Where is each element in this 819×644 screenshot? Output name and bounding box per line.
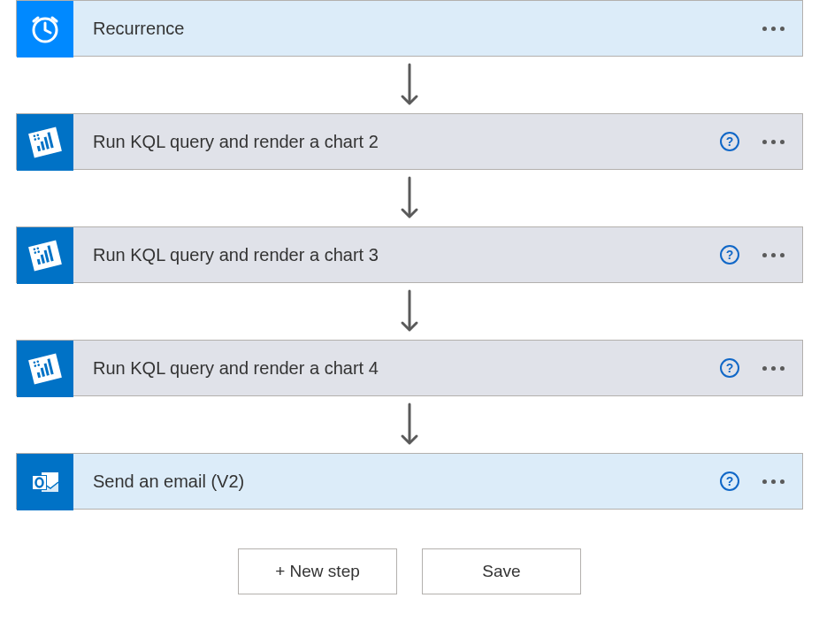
step-title: Run KQL query and render a chart 4 <box>73 341 720 395</box>
step-send-email[interactable]: Send an email (V2) ? <box>16 453 803 510</box>
button-row: + New step Save <box>238 548 581 594</box>
more-options-button[interactable] <box>761 474 786 489</box>
more-options-button[interactable] <box>761 134 786 150</box>
new-step-button[interactable]: + New step <box>238 548 397 594</box>
step-title: Recurrence <box>73 1 761 56</box>
help-icon[interactable]: ? <box>720 132 739 151</box>
help-icon[interactable]: ? <box>720 472 739 491</box>
step-actions: ? <box>720 454 802 509</box>
arrow-down-icon <box>400 283 419 340</box>
more-options-button[interactable] <box>761 361 786 376</box>
arrow-down-icon <box>400 170 419 226</box>
step-title: Run KQL query and render a chart 2 <box>73 114 720 169</box>
more-options-button[interactable] <box>761 21 786 36</box>
step-actions: ? <box>720 227 802 282</box>
monitor-icon <box>17 227 73 284</box>
step-kql-4[interactable]: Run KQL query and render a chart 4 ? <box>16 340 803 396</box>
outlook-icon <box>17 454 73 510</box>
step-actions <box>761 1 802 56</box>
step-kql-2[interactable]: Run KQL query and render a chart 2 ? <box>16 113 803 170</box>
help-icon[interactable]: ? <box>720 358 739 378</box>
step-title: Send an email (V2) <box>73 454 720 509</box>
step-recurrence[interactable]: Recurrence <box>16 0 803 57</box>
step-actions: ? <box>720 341 802 395</box>
help-icon[interactable]: ? <box>720 245 739 264</box>
flow-canvas: Recurrence <box>0 0 819 616</box>
clock-icon <box>17 1 73 58</box>
step-title: Run KQL query and render a chart 3 <box>73 227 720 282</box>
save-button[interactable]: Save <box>422 548 581 594</box>
more-options-button[interactable] <box>761 248 786 263</box>
step-kql-3[interactable]: Run KQL query and render a chart 3 ? <box>16 226 803 283</box>
monitor-icon <box>17 114 73 171</box>
step-actions: ? <box>720 114 802 169</box>
arrow-down-icon <box>400 396 419 453</box>
monitor-icon <box>17 341 73 397</box>
arrow-down-icon <box>400 57 419 113</box>
